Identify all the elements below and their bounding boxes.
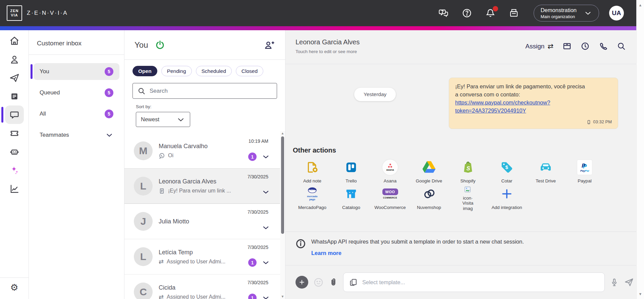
- template-select-field[interactable]: [343, 272, 605, 292]
- sort-dropdown[interactable]: Newest: [136, 112, 190, 127]
- nav-chats[interactable]: [5, 105, 24, 124]
- inbox-filter-teammates[interactable]: Teammates: [34, 127, 119, 143]
- action-visita-broken[interactable]: icon· Visita imag: [448, 185, 487, 211]
- nav-campaigns[interactable]: [5, 69, 24, 87]
- transfer-icon: ⇄: [159, 259, 164, 265]
- payment-link-2[interactable]: token=24A37295V2044910Y: [455, 108, 526, 114]
- archive-icon[interactable]: [562, 42, 572, 51]
- chevron-down-icon[interactable]: [262, 224, 270, 231]
- conversation-row-leticia[interactable]: L Letícia Temp ⇄ Assigned to User Admi..…: [124, 239, 285, 274]
- day-separator: Yesterday: [354, 88, 396, 101]
- tab-closed[interactable]: Closed: [236, 66, 263, 76]
- action-google-drive[interactable]: Google Drive: [410, 158, 448, 184]
- chart-line-icon: [9, 184, 19, 194]
- phone-icon[interactable]: [599, 42, 608, 51]
- add-attachment-button[interactable]: [296, 276, 308, 289]
- template-icon: [349, 278, 358, 287]
- action-catalogo[interactable]: Catalogo: [332, 185, 371, 211]
- inbox-filter-you[interactable]: You 5: [34, 63, 119, 80]
- scroll-down-icon[interactable]: ▼: [281, 294, 284, 299]
- support-chat-icon[interactable]: [438, 8, 448, 18]
- availability-power-icon[interactable]: [155, 40, 165, 50]
- person-icon: [9, 54, 19, 65]
- nav-tickets[interactable]: [5, 124, 24, 142]
- settings-gear-icon[interactable]: ⚙: [10, 283, 18, 292]
- help-icon[interactable]: [462, 8, 472, 18]
- template-input[interactable]: [362, 279, 599, 286]
- left-nav-rail: ⚙: [0, 30, 29, 299]
- action-add-integration[interactable]: Add integration: [487, 185, 526, 211]
- action-nuvemshop[interactable]: Nuvemshop: [410, 185, 448, 211]
- action-add-note[interactable]: Add note: [293, 158, 332, 184]
- learn-more-link[interactable]: Learn more: [311, 250, 524, 256]
- scrollbar-thumb[interactable]: [281, 136, 284, 234]
- contact-name: Leonora Garcia Alves: [159, 178, 231, 185]
- news-icon: [10, 92, 19, 101]
- add-person-icon[interactable]: [264, 40, 275, 50]
- action-cotar[interactable]: $ Cotar: [487, 158, 526, 184]
- history-clock-icon[interactable]: [581, 42, 590, 51]
- logo-text-2: VIA: [11, 13, 18, 17]
- nav-analytics[interactable]: [5, 179, 24, 198]
- woocommerce-icon: WOO COMMERCE: [382, 185, 398, 203]
- message-history[interactable]: ¡Ey! Para enviar um link de pagamento, v…: [285, 64, 644, 138]
- inbox-filter-queued[interactable]: Queued 5: [34, 84, 119, 101]
- chevron-down-icon[interactable]: [262, 188, 270, 196]
- mobile-phone-icon: [587, 120, 591, 124]
- paperclip-icon[interactable]: [329, 277, 338, 287]
- contact-name: Letícia Temp: [159, 249, 225, 256]
- conversation-row-manuela[interactable]: M Manuela Carvalho Oi 10:19 AM 1: [124, 133, 285, 168]
- scroll-up-icon[interactable]: ▲: [639, 3, 642, 7]
- action-asana[interactable]: asana Asana: [371, 158, 410, 184]
- chevron-down-icon[interactable]: [262, 153, 270, 161]
- conversation-row-leonora[interactable]: L Leonora Garcia Alves ¡Ey! Para enviar …: [124, 168, 285, 204]
- scroll-up-icon[interactable]: ▲: [281, 131, 284, 136]
- user-avatar[interactable]: UA: [609, 6, 624, 20]
- search-input[interactable]: [150, 88, 272, 94]
- count-badge: 5: [105, 110, 113, 118]
- send-icon[interactable]: [624, 277, 634, 287]
- rail-bottom: ⚙: [0, 277, 29, 299]
- count-badge: 5: [105, 67, 113, 76]
- action-shopify[interactable]: S Shopify: [448, 158, 487, 184]
- search-box[interactable]: [132, 83, 277, 99]
- action-trello[interactable]: Trello: [332, 158, 371, 184]
- action-paypal[interactable]: PP PayPal Paypal: [565, 158, 604, 184]
- payment-link-1[interactable]: https://www.paypal.com/checkoutnow?: [455, 99, 550, 105]
- conversation-row-julia[interactable]: J Julia Miotto 7/30/2025: [124, 204, 285, 239]
- notifications-bell-icon[interactable]: [485, 8, 495, 18]
- message-preview: Assigned to User Admi...: [167, 259, 225, 265]
- chat-bubble-icon: [9, 110, 19, 120]
- assign-button[interactable]: Assign ⇄: [525, 42, 553, 50]
- tab-open[interactable]: Open: [132, 66, 157, 76]
- scroll-down-icon[interactable]: ▼: [639, 292, 642, 296]
- chevron-down-icon[interactable]: [262, 259, 270, 266]
- action-woocommerce[interactable]: WOO COMMERCE WooCommerce: [371, 185, 410, 211]
- page-scrollbar[interactable]: ▲ ▼: [636, 0, 644, 299]
- list-header: You: [124, 30, 285, 60]
- search-icon[interactable]: [617, 42, 626, 51]
- conversation-row-cicida[interactable]: C Cicida ⇄ Assigned to User Admi... 7/30…: [124, 274, 285, 299]
- action-test-drive[interactable]: Test Drive: [526, 158, 565, 184]
- nav-home[interactable]: [5, 32, 24, 50]
- chevron-down-icon[interactable]: [262, 294, 270, 299]
- organization-icon[interactable]: [509, 8, 519, 18]
- nav-ai[interactable]: [5, 161, 24, 179]
- broken-image-icon: [464, 185, 472, 195]
- inbox-filter-all[interactable]: All 5: [34, 105, 119, 122]
- top-bar: ZEN VIA Z·E·N·V·I·A: [0, 0, 644, 26]
- nav-feed[interactable]: [5, 87, 24, 105]
- action-mercadopago[interactable]: mercado pago MercadoPago: [293, 185, 332, 211]
- avatar: M: [134, 141, 153, 160]
- filter-label: You: [40, 68, 49, 75]
- car-icon: [539, 158, 553, 176]
- emoji-icon[interactable]: [313, 277, 324, 288]
- nav-bots[interactable]: [5, 142, 24, 161]
- tab-scheduled[interactable]: Scheduled: [196, 66, 232, 76]
- nav-contacts[interactable]: [5, 50, 24, 69]
- microphone-icon[interactable]: [610, 278, 619, 287]
- unread-badge: 1: [248, 294, 257, 299]
- organization-switcher[interactable]: Demonstration Main organization: [534, 5, 599, 22]
- list-scrollbar[interactable]: ▲ ▼: [280, 131, 285, 299]
- tab-pending[interactable]: Pending: [161, 66, 192, 76]
